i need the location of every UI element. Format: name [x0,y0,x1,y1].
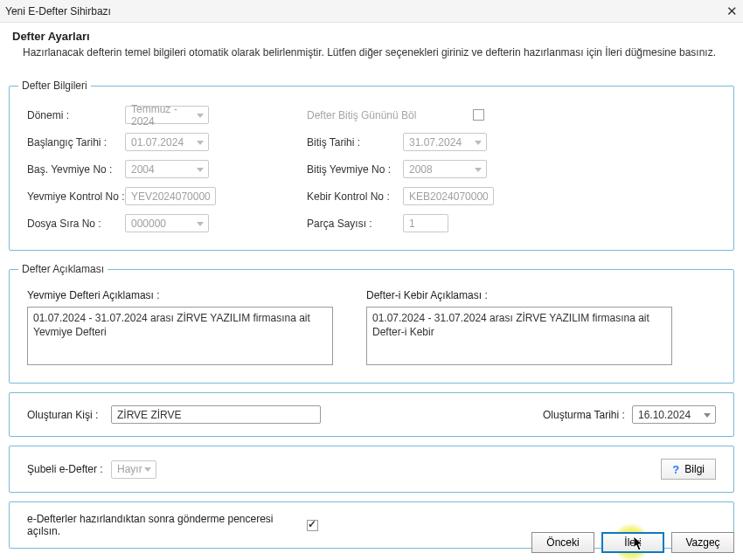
parca-sayisi-input [403,214,448,232]
dosya-sira-select: 000000 [125,214,209,232]
window-title: Yeni E-Defter Sihirbazı [5,5,111,17]
bol-label: Defter Bitiş Gününü Böl [307,109,473,121]
ileri-button[interactable]: İleri [601,532,664,553]
yevmiye-kontrol-input [125,187,216,205]
olusturma-tarihi-label: Oluşturma Tarihi : [543,409,632,421]
send-after-checkbox[interactable] [307,520,318,531]
subeli-label: Şubeli e-Defter : [27,463,111,475]
donemi-select: Temmuz - 2024 [125,106,209,124]
page-description: Hazırlanacak defterin temel bilgileri ot… [12,46,731,59]
bas-yevmiye-select: 2004 [125,160,209,178]
subeli-section: Şubeli e-Defter : Hayır ? Bilgi [9,446,734,493]
kebir-aciklama-label: Defter-i Kebir Açıklaması : [366,289,672,301]
page-title: Defter Ayarları [12,30,731,43]
defter-aciklamasi-legend: Defter Açıklaması [18,263,108,275]
dosya-sira-label: Dosya Sıra No : [27,218,125,230]
bitis-tarihi-select: 31.07.2024 [403,133,487,151]
bilgi-button-label: Bilgi [684,463,705,475]
footer-buttons: Önceki İleri Vazgeç [531,532,734,553]
bas-yevmiye-label: Baş. Yevmiye No : [27,163,125,176]
defter-bilgileri-legend: Defter Bilgileri [18,80,91,92]
donemi-label: Dönemi : [27,109,125,121]
defter-bilgileri-group: Defter Bilgileri Dönemi : Temmuz - 2024 … [9,80,734,251]
bol-checkbox[interactable] [473,109,484,121]
olusturan-section: Oluşturan Kişi : Oluşturma Tarihi : 16.1… [9,392,734,437]
baslangic-tarihi-select: 01.07.2024 [125,133,209,151]
olusturan-kisi-label: Oluşturan Kişi : [27,409,111,421]
header: Defter Ayarları Hazırlanacak defterin te… [0,23,743,67]
titlebar: Yeni E-Defter Sihirbazı ✕ [0,0,743,23]
yevmiye-aciklama-textarea[interactable] [27,307,333,365]
bitis-yevmiye-select: 2008 [403,160,487,178]
baslangic-tarihi-label: Başlangıç Tarihi : [27,136,125,149]
defter-aciklamasi-group: Defter Açıklaması Yevmiye Defteri Açıkla… [9,263,734,384]
send-after-label: e-Defterler hazırlandıktan sonra gönderm… [27,513,307,537]
subeli-select: Hayır [111,460,156,479]
olusturma-tarihi-select[interactable]: 16.10.2024 [632,405,716,424]
kebir-kontrol-input [403,187,494,205]
bitis-tarihi-label: Bitiş Tarihi : [307,136,403,149]
kebir-aciklama-textarea[interactable] [366,307,672,365]
bilgi-button[interactable]: ? Bilgi [661,459,716,480]
yevmiye-aciklama-label: Yevmiye Defteri Açıklaması : [27,289,333,301]
bitis-yevmiye-label: Bitiş Yevmiye No : [307,163,403,176]
parca-sayisi-label: Parça Sayısı : [307,218,403,230]
onceki-button[interactable]: Önceki [531,532,594,553]
kebir-kontrol-label: Kebir Kontrol No : [307,190,403,203]
olusturan-kisi-input[interactable] [111,405,321,424]
yevmiye-kontrol-label: Yevmiye Kontrol No : [27,190,125,203]
window-close-button[interactable]: ✕ [726,4,738,17]
info-icon: ? [672,463,679,476]
vazgec-button[interactable]: Vazgeç [671,532,734,553]
